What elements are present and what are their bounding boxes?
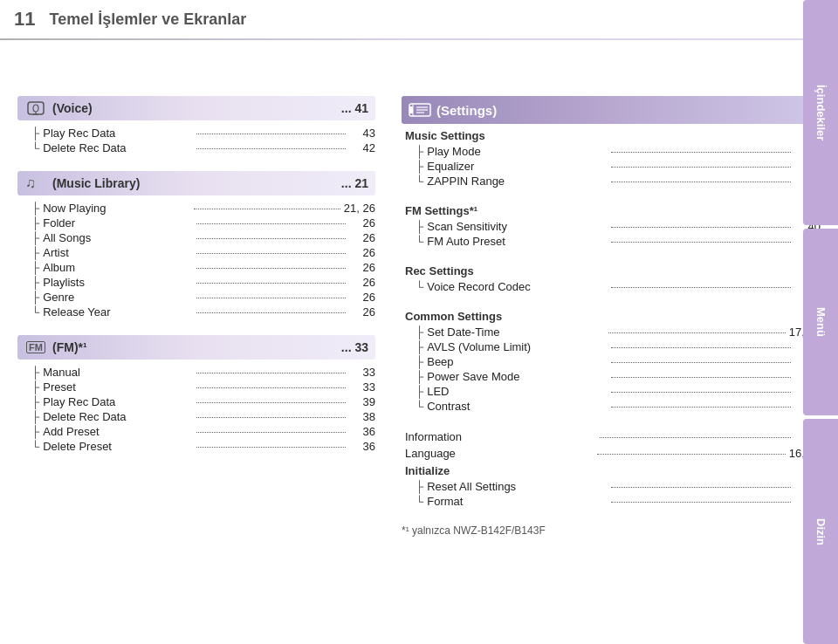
list-item: └ Delete Rec Data 42 (17, 140, 375, 155)
list-item: ├ Playlists 26 (17, 275, 375, 290)
list-item: └ Release Year 26 (17, 305, 375, 319)
voice-section-title: (Voice) (52, 101, 341, 115)
list-item: └ ZAPPIN Range 25 (402, 174, 821, 188)
music-icon: ♫ (24, 175, 47, 192)
list-item: Language 16, 49 (402, 446, 821, 461)
footnote: *¹ yalnızca NWZ-B142F/B143F (402, 524, 821, 537)
list-item: ├ Scan Sensitivity 40 (402, 219, 821, 234)
list-item: ├ Set Date-Time 17, 45 (402, 325, 821, 339)
music-library-page: ... 21 (341, 176, 368, 190)
voice-icon (24, 99, 47, 117)
initialize-group: Initialize ├ Reset All Settings 50 └ For… (402, 464, 821, 509)
music-library-section: ♫ (Music Library) ... 21 ├ Now Playing 2… (17, 171, 375, 319)
common-settings-group: Common Settings ├ Set Date-Time 17, 45 ├… (402, 310, 821, 414)
list-item: ├ Genre 26 (17, 290, 375, 305)
tab-icindekiler[interactable]: İçindekiler (803, 0, 838, 225)
list-item: ├ LED 47 (402, 384, 821, 399)
list-item: ├ All Songs 26 (17, 230, 375, 245)
music-settings-label: Music Settings (402, 129, 821, 142)
list-item: ├ Preset 33 (17, 380, 375, 394)
music-library-section-header: ♫ (Music Library) ... 21 (17, 171, 375, 195)
initialize-label: Initialize (402, 464, 821, 477)
voice-section-header: (Voice) ... 41 (17, 96, 375, 120)
list-item: ├ Beep 46 (402, 354, 821, 369)
fm-icon: FM (24, 339, 47, 356)
header: 11 Temel İşlemler ve Ekranlar (0, 0, 838, 38)
list-item: ├ Play Rec Data 39 (17, 394, 375, 409)
right-column: (Settings) Music Settings ├ Play Mode 28… (393, 96, 821, 644)
tab-icindekiler-label: İçindekiler (814, 85, 828, 140)
list-item: ├ Reset All Settings 50 (402, 479, 821, 494)
svg-rect-7 (409, 106, 413, 113)
settings-title: (Settings) (436, 103, 497, 118)
list-item: └ Delete Preset 36 (17, 439, 375, 454)
tab-menu[interactable]: Menü (803, 229, 838, 416)
page-title: Temel İşlemler ve Ekranlar (49, 10, 246, 29)
settings-section-header: (Settings) (402, 96, 821, 124)
svg-text:♫: ♫ (25, 175, 36, 190)
fm-section-header: FM (FM)*¹ ... 33 (17, 335, 375, 360)
list-item: ├ Power Save Mode 47 (402, 369, 821, 384)
list-item: ├ Play Mode 28 (402, 144, 821, 159)
list-item: └ FM Auto Preset 35 (402, 234, 821, 249)
left-column: (Voice) ... 41 ├ Play Rec Data 43 └ Dele… (17, 96, 393, 644)
list-item: ├ Play Rec Data 43 (17, 126, 375, 140)
settings-icon (409, 100, 431, 120)
list-item: Information 48 (402, 429, 821, 444)
common-settings-label: Common Settings (402, 310, 821, 323)
rec-settings-group: Rec Settings └ Voice Record Codec 44 (402, 264, 821, 294)
right-tabs: İçindekiler Menü Dizin (803, 0, 838, 644)
list-item: └ Voice Record Codec 44 (402, 279, 821, 294)
tab-dizin-label: Dizin (814, 518, 828, 545)
list-item: ├ Equalizer 30 (402, 159, 821, 174)
voice-section-page: ... 41 (341, 101, 368, 115)
fm-settings-label: FM Settings*¹ (402, 204, 821, 217)
main-content: (Voice) ... 41 ├ Play Rec Data 43 └ Dele… (0, 82, 838, 644)
list-item: ├ Folder 26 (17, 216, 375, 230)
page-number: 11 (14, 8, 35, 31)
tab-dizin[interactable]: Dizin (803, 419, 838, 644)
list-item: └ Contrast 47 (402, 399, 821, 414)
music-library-title: (Music Library) (52, 176, 341, 190)
tab-menu-label: Menü (814, 307, 828, 337)
voice-section: (Voice) ... 41 ├ Play Rec Data 43 └ Dele… (17, 96, 375, 155)
list-item: ├ Manual 33 (17, 365, 375, 380)
fm-section: FM (FM)*¹ ... 33 ├ Manual 33 ├ Preset 33… (17, 335, 375, 454)
music-settings-group: Music Settings ├ Play Mode 28 ├ Equalize… (402, 129, 821, 188)
list-item: └ Format 51 (402, 494, 821, 509)
list-item: ├ Delete Rec Data 38 (17, 409, 375, 424)
list-item: ├ Album 26 (17, 260, 375, 275)
list-item: ├ Artist 26 (17, 245, 375, 260)
list-item: ├ AVLS (Volume Limit) 46 (402, 339, 821, 354)
fm-section-title: (FM)*¹ (52, 340, 341, 354)
rec-settings-label: Rec Settings (402, 264, 821, 277)
svg-point-1 (33, 105, 38, 112)
list-item: ├ Add Preset 36 (17, 424, 375, 439)
fm-settings-group: FM Settings*¹ ├ Scan Sensitivity 40 └ FM… (402, 204, 821, 249)
fm-section-page: ... 33 (341, 340, 368, 354)
list-item: ├ Now Playing 21, 26 (17, 201, 375, 216)
header-divider (0, 38, 803, 40)
